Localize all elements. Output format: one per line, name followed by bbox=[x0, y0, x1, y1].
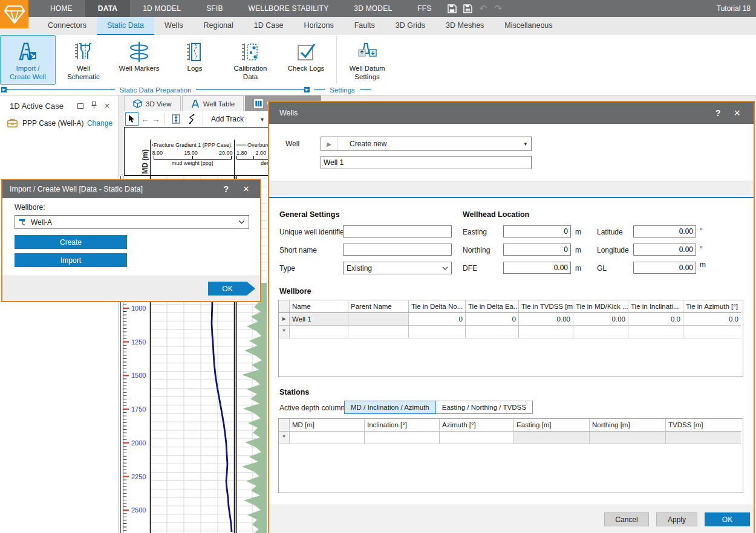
wellbore-row-1[interactable]: ▶ Well 1 0 0 0.00 0.00 0.0 0.0 bbox=[279, 313, 743, 326]
subtab-static-data[interactable]: Static Data bbox=[97, 17, 154, 35]
col-tie-in-azimuth[interactable]: Tie in Azimuth [°] bbox=[683, 300, 741, 313]
gl-input[interactable] bbox=[633, 262, 696, 274]
well-select-combobox[interactable]: ▶ Create new ▾ bbox=[321, 137, 532, 151]
ok-button[interactable]: OK bbox=[208, 282, 255, 296]
group-scroll-right-icon[interactable]: ▶ bbox=[304, 87, 310, 92]
cell-name[interactable]: Well 1 bbox=[290, 313, 348, 326]
cancel-button[interactable]: Cancel bbox=[604, 512, 649, 526]
wellbore-combobox[interactable]: Well-A bbox=[15, 215, 249, 229]
ok-button[interactable]: OK bbox=[705, 512, 750, 526]
subtab-3d-meshes[interactable]: 3D Meshes bbox=[435, 17, 494, 35]
help-icon[interactable]: ? bbox=[224, 184, 229, 194]
import-button[interactable]: Import bbox=[15, 253, 127, 267]
fit-track-button[interactable] bbox=[169, 112, 183, 126]
col-easting[interactable]: Easting [m] bbox=[514, 419, 590, 431]
close-icon[interactable]: × bbox=[243, 183, 249, 195]
col-tie-in-delta-northing[interactable]: Tie in Delta No... bbox=[409, 300, 466, 313]
col-tie-in-tvdss[interactable]: Tie in TVDSS [m] bbox=[519, 300, 573, 313]
redo-icon[interactable]: ↷ bbox=[490, 0, 506, 17]
toggle-easting-northing-tvdss[interactable]: Easting / Northing / TVDSS bbox=[436, 401, 533, 414]
ribbon-tab-home[interactable]: HOME bbox=[37, 0, 85, 17]
undo-icon[interactable]: ↶ bbox=[476, 0, 491, 17]
cell-delta-e[interactable]: 0 bbox=[466, 313, 519, 326]
ribbon-tab-sfib[interactable]: SFIB bbox=[194, 0, 235, 17]
select-cursor-button[interactable] bbox=[125, 112, 138, 126]
restore-icon[interactable] bbox=[74, 100, 87, 111]
help-icon[interactable]: ? bbox=[715, 108, 721, 118]
northing-input[interactable] bbox=[503, 244, 571, 256]
longitude-input[interactable] bbox=[633, 244, 696, 256]
easting-input[interactable] bbox=[503, 225, 571, 237]
ribbon-tab-1d-model[interactable]: 1D MODEL bbox=[130, 0, 194, 17]
import-create-well-button[interactable]: Import / Create Well bbox=[0, 35, 56, 85]
stations-table[interactable]: MD [m] Inclination [°] Azimuth [°] Easti… bbox=[278, 418, 743, 493]
next-button[interactable]: → bbox=[152, 114, 160, 124]
dfe-input[interactable] bbox=[503, 262, 571, 274]
col-azimuth[interactable]: Azimuth [°] bbox=[440, 419, 514, 431]
col-inclination[interactable]: Inclination [°] bbox=[365, 419, 440, 431]
calibration-data-button[interactable]: Calibration Data bbox=[223, 35, 278, 85]
wellbore-new-row[interactable]: * bbox=[279, 326, 743, 338]
expand-icon[interactable]: ▶ bbox=[321, 137, 337, 150]
cell-tvdss[interactable]: 0.00 bbox=[519, 313, 573, 326]
col-northing[interactable]: Northing [m] bbox=[590, 419, 666, 431]
short-name-input[interactable] bbox=[343, 244, 452, 256]
add-track-dropdown[interactable]: Add Track ▾ bbox=[207, 115, 267, 123]
create-button[interactable]: Create bbox=[15, 235, 127, 249]
col-md[interactable]: MD [m] bbox=[290, 419, 365, 431]
logs-button[interactable]: Logs bbox=[167, 35, 223, 85]
subtab-miscellaneous[interactable]: Miscellaneous bbox=[494, 17, 562, 35]
prev-button[interactable]: ← bbox=[141, 114, 149, 124]
curve-edit-button[interactable] bbox=[185, 112, 198, 126]
dialog-titlebar[interactable]: Wells ? × bbox=[269, 102, 754, 124]
active-case-item[interactable]: PPP Case (Well-A) Change bbox=[0, 116, 119, 128]
subtab-3d-grids[interactable]: 3D Grids bbox=[385, 17, 435, 35]
col-tie-in-inclination[interactable]: Tie in Inclinati... bbox=[628, 300, 683, 313]
close-panel-icon[interactable]: × bbox=[100, 101, 114, 111]
cell-azimuth[interactable]: 0.0 bbox=[683, 313, 741, 326]
subtab-1d-case[interactable]: 1D Case bbox=[244, 17, 294, 35]
pin-icon[interactable] bbox=[87, 100, 100, 111]
tab-well-table[interactable]: Well Table bbox=[182, 95, 244, 111]
subtab-faults[interactable]: Faults bbox=[344, 17, 385, 35]
cell-parent[interactable] bbox=[348, 313, 409, 326]
col-tvdss[interactable]: TVDSS [m] bbox=[666, 419, 741, 431]
subtab-connectors[interactable]: Connectors bbox=[37, 17, 97, 35]
well-markers-button[interactable]: Well Markers bbox=[111, 35, 167, 85]
subtab-horizons[interactable]: Horizons bbox=[293, 17, 344, 35]
wellhead-location-heading: Wellhead Location bbox=[463, 210, 529, 219]
type-select[interactable]: Existing bbox=[343, 262, 452, 274]
col-parent-name[interactable]: Parent Name bbox=[348, 300, 409, 313]
well-datum-settings-button[interactable]: Well Datum Settings bbox=[339, 35, 395, 85]
check-logs-button[interactable]: Check Logs bbox=[278, 35, 334, 85]
wellbore-table[interactable]: Name Parent Name Tie in Delta No... Tie … bbox=[278, 300, 743, 377]
col-tie-in-md-kick[interactable]: Tie in MD/Kick ... bbox=[573, 300, 628, 313]
cell-inclination[interactable]: 0.0 bbox=[628, 313, 683, 326]
scale-axis bbox=[236, 156, 273, 160]
subtab-wells[interactable]: Wells bbox=[154, 17, 193, 35]
uwi-input[interactable] bbox=[343, 225, 452, 237]
ribbon-tab-ffs[interactable]: FFS bbox=[405, 0, 444, 17]
cell-delta-n[interactable]: 0 bbox=[409, 313, 466, 326]
ribbon-tab-data[interactable]: DATA bbox=[85, 0, 130, 17]
change-case-link[interactable]: Change bbox=[87, 119, 112, 128]
apply-button[interactable]: Apply bbox=[656, 512, 697, 526]
cell-md-kick[interactable]: 0.00 bbox=[573, 313, 628, 326]
col-name[interactable]: Name bbox=[290, 300, 348, 313]
stations-new-row[interactable]: * bbox=[279, 431, 743, 444]
save-all-icon[interactable] bbox=[460, 0, 476, 17]
dialog-titlebar[interactable]: Import / Create Well [Data - Static Data… bbox=[2, 180, 260, 198]
latitude-input[interactable] bbox=[633, 225, 696, 237]
well-name-input[interactable] bbox=[321, 156, 532, 169]
group-scroll-left-icon[interactable]: ▶ bbox=[1, 87, 7, 92]
ribbon-tab-3d-model[interactable]: 3D MODEL bbox=[341, 0, 405, 17]
subtab-regional[interactable]: Regional bbox=[193, 17, 243, 35]
col-tie-in-delta-easting[interactable]: Tie in Delta Ea... bbox=[466, 300, 519, 313]
save-icon[interactable] bbox=[445, 0, 460, 17]
tab-3d-view[interactable]: 3D View bbox=[124, 95, 181, 111]
well-schematic-button[interactable]: Well Schematic bbox=[56, 35, 111, 85]
mud-weight-track-header[interactable]: Fracture Gradient 1 (PPP Case), 8.00 15.… bbox=[150, 140, 235, 176]
toggle-md-inclination-azimuth[interactable]: MD / Inclination / Azimuth bbox=[344, 401, 436, 414]
close-icon[interactable]: × bbox=[734, 107, 740, 120]
ribbon-tab-wellbore-stability[interactable]: WELLBORE STABILITY bbox=[236, 0, 342, 17]
